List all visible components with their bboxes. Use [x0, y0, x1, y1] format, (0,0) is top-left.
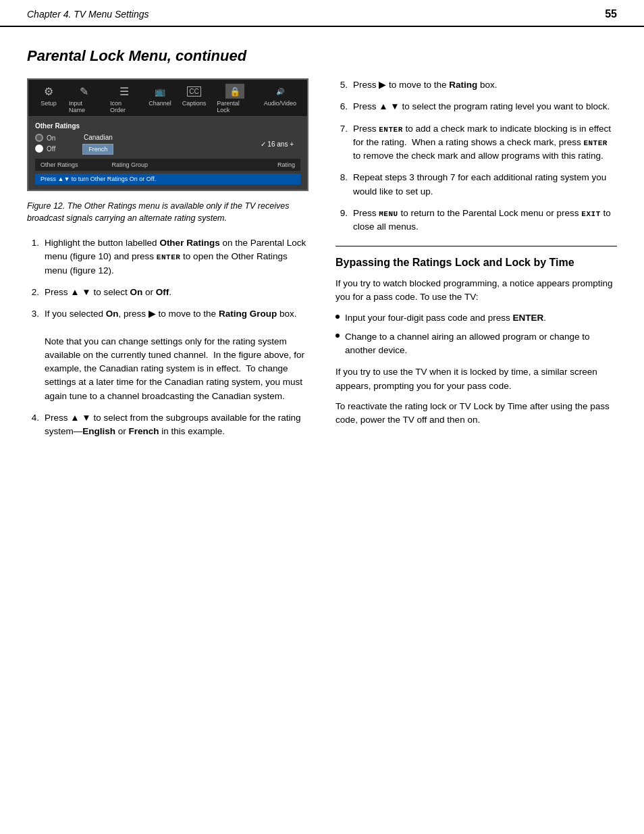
bypass-bullet-list: Input your four-digit pass code and pres… [336, 311, 617, 358]
menu-label-inputname: Input Name [69, 100, 99, 113]
bold-english: English [82, 426, 115, 436]
list-item-4: 4. Press ▲ ▼ to select from the subgroup… [27, 411, 308, 439]
tv-off-label: Off [47, 145, 55, 153]
captions-icon: CC [187, 86, 200, 97]
tv-content-area: Other Ratings On Off [28, 117, 307, 190]
tv-radio-on [35, 134, 43, 142]
menu-item-inputname: ✎ Input Name [63, 84, 105, 113]
bold-on-3: On [106, 309, 119, 319]
menu-item-setup: ⚙ Setup [34, 84, 63, 113]
list-content-8: Repeat steps 3 through 7 for each additi… [353, 171, 617, 199]
menu-item-iconorder: ☰ Icon Order [105, 84, 143, 113]
tv-ratings-row: On Off Canadian French [35, 134, 300, 155]
page-title: Parental Lock Menu, continued [27, 47, 617, 65]
bypass-section-title: Bypassing the Ratings Lock and Lock by T… [336, 256, 617, 270]
list-item-9: 9. Press MENU to return to the Parental … [336, 207, 617, 234]
list-num-2: 2. [27, 286, 39, 299]
menu-label-iconorder: Icon Order [110, 100, 138, 113]
bullet-dot-1 [336, 315, 340, 319]
list-num-9: 9. [336, 207, 348, 234]
bullet-item-2: Change to a channel airing an allowed pr… [336, 330, 617, 358]
section-divider [336, 246, 617, 246]
list-content-1: Highlight the button labelled Other Rati… [45, 236, 308, 278]
right-numbered-list: 5. Press ▶ to move to the Rating box. 6.… [336, 78, 617, 234]
tv-menu-bar: ⚙ Setup ✎ Input Name ☰ Icon Order 📺 Chan… [28, 80, 307, 117]
page-header: Chapter 4. TV Menu Settings 55 [0, 0, 644, 27]
tv-on-label: On [47, 134, 55, 142]
list-item-2: 2. Press ▲ ▼ to select On or Off. [27, 286, 308, 299]
menu-label-audiovideo: Audio/Video [264, 100, 296, 107]
tv-section-title: Other Ratings [35, 122, 300, 130]
tv-screenshot: ⚙ Setup ✎ Input Name ☰ Icon Order 📺 Chan… [27, 78, 308, 191]
list-num-8: 8. [336, 171, 348, 199]
right-column: 5. Press ▶ to move to the Rating box. 6.… [329, 78, 617, 446]
list-num-3: 3. [27, 307, 39, 403]
tv-col-rating-group: Rating Group [112, 161, 149, 168]
tv-bottom-bar: Other Ratings Rating Group Rating [35, 159, 300, 171]
menu-item-parentallock: 🔒 Parental Lock [211, 84, 258, 113]
list-item-5: 5. Press ▶ to move to the Rating box. [336, 78, 617, 92]
bold-rating-group: Rating Group [219, 309, 277, 319]
tv-col-other-ratings: Other Ratings [41, 161, 78, 168]
tv-status-bar: Press ▲▼ to turn Other Ratings On or Off… [35, 174, 300, 184]
list-item-7: 7. Press ENTER to add a check mark to in… [336, 122, 617, 163]
bypass-para2: If you try to use the TV when it is lock… [336, 365, 617, 393]
setup-icon: ⚙ [44, 85, 53, 98]
list-content-3: If you selected On, press ▶ to move to t… [45, 307, 308, 403]
key-exit-9: EXIT [581, 210, 600, 218]
list-content-6: Press ▲ ▼ to select the program rating l… [353, 100, 617, 113]
key-enter-1: ENTER [157, 253, 181, 261]
tv-radio-off [35, 145, 43, 153]
bypass-intro: If you try to watch blocked programming,… [336, 277, 617, 305]
list-content-9: Press MENU to return to the Parental Loc… [353, 207, 617, 234]
key-menu-9: MENU [379, 210, 398, 218]
tv-canadian-label: Canadian [82, 134, 113, 141]
tv-french-button: French [82, 144, 113, 155]
list-num-6: 6. [336, 100, 348, 113]
chapter-title: Chapter 4. TV Menu Settings [27, 9, 149, 20]
left-numbered-list: 1. Highlight the button labelled Other R… [27, 236, 308, 438]
list-content-2: Press ▲ ▼ to select On or Off. [45, 286, 308, 299]
bold-rating-5: Rating [449, 80, 477, 90]
audiovideo-icon: 🔊 [276, 88, 284, 95]
left-column: ⚙ Setup ✎ Input Name ☰ Icon Order 📺 Chan… [27, 78, 308, 446]
tv-on-option: On [35, 134, 55, 142]
bold-off: Off [156, 287, 169, 297]
bullet-item-1: Input your four-digit pass code and pres… [336, 311, 617, 325]
bullet-content-1: Input your four-digit pass code and pres… [345, 311, 546, 325]
bold-other-ratings: Other Ratings [159, 238, 219, 248]
inputname-icon: ✎ [80, 85, 88, 98]
menu-label-captions: Captions [182, 100, 207, 107]
menu-label-setup: Setup [41, 100, 57, 107]
menu-item-channel: 📺 Channel [143, 84, 177, 113]
bold-on: On [130, 287, 143, 297]
list-item-8: 8. Repeat steps 3 through 7 for each add… [336, 171, 617, 199]
bullet-content-2: Change to a channel airing an allowed pr… [345, 330, 617, 358]
list-content-5: Press ▶ to move to the Rating box. [353, 78, 617, 92]
menu-label-parentallock: Parental Lock [217, 100, 252, 113]
list-num-1: 1. [27, 236, 39, 278]
list-item-6: 6. Press ▲ ▼ to select the program ratin… [336, 100, 617, 113]
list-item-1: 1. Highlight the button labelled Other R… [27, 236, 308, 278]
menu-item-captions: CC Captions [177, 84, 212, 113]
list-num-5: 5. [336, 78, 348, 92]
two-column-layout: ⚙ Setup ✎ Input Name ☰ Icon Order 📺 Chan… [27, 78, 617, 446]
bypass-para3: To reactivate the rating lock or TV Lock… [336, 400, 617, 427]
iconorder-icon: ☰ [119, 85, 129, 98]
menu-label-channel: Channel [149, 100, 171, 107]
key-enter-7: ENTER [379, 126, 403, 134]
bold-french: French [129, 426, 159, 436]
tv-canadian-group: Canadian French [82, 134, 113, 155]
list-item-3: 3. If you selected On, press ▶ to move t… [27, 307, 308, 403]
parentallock-icon: 🔒 [230, 86, 240, 97]
bullet-dot-2 [336, 334, 340, 338]
list-num-4: 4. [27, 411, 39, 439]
key-enter-7b: ENTER [583, 139, 608, 147]
list-num-7: 7. [336, 122, 348, 163]
menu-item-audiovideo: 🔊 Audio/Video [259, 84, 302, 113]
figure-caption: Figure 12. The Other Ratings menu is ava… [27, 201, 308, 224]
main-content: Parental Lock Menu, continued ⚙ Setup ✎ … [0, 27, 644, 473]
channel-icon: 📺 [155, 86, 165, 97]
tv-on-off-group: On Off [35, 134, 55, 153]
bold-enter-bullet: ENTER [512, 313, 543, 323]
